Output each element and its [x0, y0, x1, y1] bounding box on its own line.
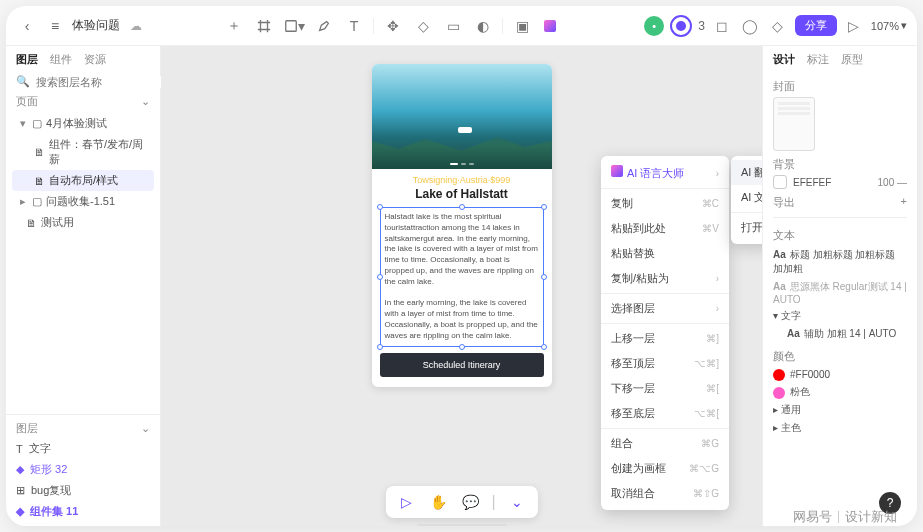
pager-dots	[450, 163, 474, 165]
sub-open-assist[interactable]: 打开 AI 助手	[731, 215, 762, 240]
ctx-move-up[interactable]: 上移一层⌘]	[601, 326, 729, 351]
ctx-paste-here[interactable]: 粘贴到此处⌘V	[601, 216, 729, 241]
hand-tool-icon[interactable]: ✋	[427, 491, 449, 513]
chevron-down-icon[interactable]: ⌄	[506, 491, 528, 513]
tab-layers[interactable]: 图层	[16, 52, 38, 67]
ctx-move-bottom[interactable]: 移至底层⌥⌘[	[601, 401, 729, 426]
font-row[interactable]: Aa标题 加粗标题 加粗标题 加加粗	[773, 246, 907, 278]
ctx-select-layer[interactable]: 选择图层›	[601, 296, 729, 321]
layer-text[interactable]: T文字	[14, 438, 152, 459]
right-tabs: 设计 标注 原型	[773, 52, 907, 67]
page-tree: ▾▢ 4月体验测试 🗎 组件：春节/发布/周薪 🗎 自动布局/样式 ▸▢ 问题收…	[6, 113, 160, 233]
ctx-group[interactable]: 组合⌘G	[601, 431, 729, 456]
canvas[interactable]: Towsigning·Austria·$999 Lake of Hallstat…	[161, 46, 762, 526]
visibility-icon[interactable]	[773, 175, 787, 189]
font-row[interactable]: Aa思源黑体 Regular测试 14 | AUTO	[773, 278, 907, 307]
doc-title[interactable]: 体验问题	[72, 17, 120, 34]
tab-inspect[interactable]: 标注	[807, 52, 829, 67]
export-label[interactable]: 导出+	[773, 195, 907, 210]
bg-row[interactable]: EFEFEF 100 —	[773, 175, 907, 189]
tree-node[interactable]: ▸▢ 问题收集-1.51	[12, 191, 154, 212]
cursor-tool-icon[interactable]: ▷	[395, 491, 417, 513]
component-icon[interactable]: ◇	[412, 15, 434, 37]
layer-bug[interactable]: ⊞bug复现	[14, 480, 152, 501]
plugin-icon[interactable]: ▣	[511, 15, 533, 37]
text-icon[interactable]: T	[343, 15, 365, 37]
tree-node[interactable]: ▾▢ 4月体验测试	[12, 113, 154, 134]
watermark: 网易号设计新知	[793, 508, 897, 526]
outline-title: 图层	[16, 421, 38, 436]
text-styles-label: 文本	[773, 228, 907, 243]
ctx-ungroup[interactable]: 取消组合⌘⇧G	[601, 481, 729, 506]
user-avatar[interactable]	[670, 15, 692, 37]
color-row[interactable]: #FF0000	[773, 367, 907, 383]
bookmark-icon[interactable]: ◻	[711, 15, 733, 37]
shape-icon[interactable]: ▾	[283, 15, 305, 37]
cta-button[interactable]: Scheduled Itinerary	[380, 353, 544, 377]
search-row: 🔍 ⤢	[6, 73, 160, 90]
app-frame: ‹ ≡ 体验问题 ☁ ＋ ▾ T ✥ ◇ ▭ ◐ ▣ • 3 ◻ ◯ ◇ 分享 …	[6, 6, 917, 526]
slice-icon[interactable]: ▭	[442, 15, 464, 37]
color-row[interactable]: 粉色	[773, 383, 907, 401]
search-icon: 🔍	[16, 75, 30, 88]
bottom-toolbar: ▷ ✋ 💬 | ⌄	[385, 486, 537, 518]
share-button[interactable]: 分享	[795, 15, 837, 36]
mask-icon[interactable]: ◐	[472, 15, 494, 37]
right-panel: 设计 标注 原型 封面 背景 EFEFEF 100 — 导出+ 文本 Aa标题 …	[762, 46, 917, 526]
add-icon[interactable]: ＋	[223, 15, 245, 37]
frame-icon[interactable]	[253, 15, 275, 37]
tab-design[interactable]: 设计	[773, 52, 795, 67]
pen-icon[interactable]	[313, 15, 335, 37]
tab-components[interactable]: 组件	[50, 52, 72, 67]
zoom-select[interactable]: 107% ▾	[871, 19, 907, 32]
layer-rect[interactable]: ◆矩形 32	[14, 459, 152, 480]
topbar: ‹ ≡ 体验问题 ☁ ＋ ▾ T ✥ ◇ ▭ ◐ ▣ • 3 ◻ ◯ ◇ 分享 …	[6, 6, 917, 46]
ai-submenu: AI 翻译 AI 文本美化 打开 AI 助手	[731, 156, 762, 244]
hero-image	[372, 64, 552, 169]
font-row[interactable]: Aa辅助 加粗 14 | AUTO	[773, 325, 907, 343]
tree-leaf[interactable]: 🗎 测试用	[12, 212, 154, 233]
play-icon[interactable]: ▷	[843, 15, 865, 37]
tool-strip: ＋ ▾ T ✥ ◇ ▭ ◐ ▣	[148, 15, 638, 37]
context-menu: AI 语言大师› 复制⌘C 粘贴到此处⌘V 粘贴替换 复制/粘贴为› 选择图层›…	[601, 156, 729, 510]
collab-avatar[interactable]: •	[644, 16, 664, 36]
ctx-copy[interactable]: 复制⌘C	[601, 191, 729, 216]
bg-label: 背景	[773, 157, 907, 172]
comment-tool-icon[interactable]: 💬	[459, 491, 481, 513]
heading-text: Lake of Hallstatt	[372, 187, 552, 201]
ctx-move-top[interactable]: 移至顶层⌥⌘]	[601, 351, 729, 376]
search-input[interactable]	[36, 76, 174, 88]
tab-assets[interactable]: 资源	[84, 52, 106, 67]
ctx-copy-paste-as[interactable]: 复制/粘贴为›	[601, 266, 729, 291]
tree-leaf-selected[interactable]: 🗎 自动布局/样式	[12, 170, 154, 191]
ai-icon[interactable]	[541, 15, 563, 37]
pages-header[interactable]: 页面⌄	[6, 90, 160, 113]
left-tabs: 图层 组件 资源	[6, 46, 160, 73]
cover-thumb[interactable]	[773, 97, 815, 151]
layer-componentset[interactable]: ◆组件集 11	[14, 501, 152, 522]
main: 图层 组件 资源 🔍 ⤢ 页面⌄ ▾▢ 4月体验测试 🗎 组件：春节/发布/周薪…	[6, 46, 917, 526]
selected-textbox[interactable]: Halstadt lake is the most spiritual tour…	[380, 207, 544, 347]
tab-prototype[interactable]: 原型	[841, 52, 863, 67]
history-icon[interactable]: ◯	[739, 15, 761, 37]
scrollbar[interactable]	[417, 524, 507, 526]
notify-icon[interactable]: ◇	[767, 15, 789, 37]
back-icon[interactable]: ‹	[16, 15, 38, 37]
ctx-move-down[interactable]: 下移一层⌘[	[601, 376, 729, 401]
tree-leaf[interactable]: 🗎 组件：春节/发布/周薪	[12, 134, 154, 170]
cloud-sync-icon[interactable]: ☁	[130, 19, 142, 33]
sub-beautify[interactable]: AI 文本美化	[731, 185, 762, 210]
ctx-paste-replace[interactable]: 粘贴替换	[601, 241, 729, 266]
general-row[interactable]: ▸ 通用	[773, 401, 907, 419]
text-sub[interactable]: ▾ 文字	[773, 307, 907, 325]
sub-translate[interactable]: AI 翻译	[731, 160, 762, 185]
outline-toggle-icon[interactable]: ⌄	[141, 422, 150, 435]
move-icon[interactable]: ✥	[382, 15, 404, 37]
menu-icon[interactable]: ≡	[44, 15, 66, 37]
primary-row[interactable]: ▸ 主色	[773, 419, 907, 437]
caption-text: Towsigning·Austria·$999	[372, 169, 552, 187]
ctx-create-frame[interactable]: 创建为画框⌘⌥G	[601, 456, 729, 481]
cover-label: 封面	[773, 79, 907, 94]
device-artboard[interactable]: Towsigning·Austria·$999 Lake of Hallstat…	[372, 64, 552, 387]
ctx-ai[interactable]: AI 语言大师›	[601, 160, 729, 186]
